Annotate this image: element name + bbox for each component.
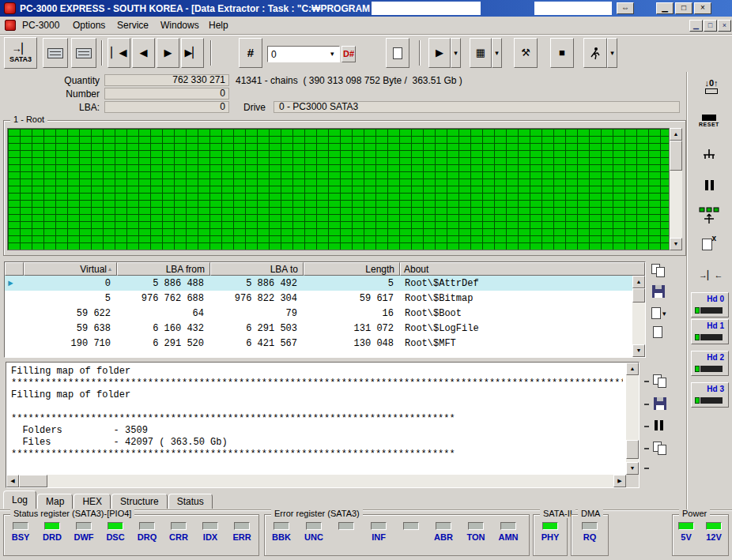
column-header-lba-from[interactable]: LBA from — [117, 262, 210, 276]
pause-button[interactable] — [705, 180, 714, 190]
scroll-down-icon[interactable]: ▼ — [632, 344, 645, 357]
tab-structure[interactable]: Structure — [111, 494, 168, 509]
build-map-button[interactable] — [699, 207, 719, 226]
close-button[interactable]: × — [694, 2, 711, 14]
run-tests-dropdown[interactable]: ▾ — [607, 38, 617, 68]
log-copy-fragment-button[interactable] — [653, 442, 668, 456]
copy-icon — [651, 264, 666, 278]
hd3-button[interactable]: Hd 3 — [691, 382, 729, 408]
hd0-button[interactable]: Hd 0 — [691, 292, 729, 318]
log-copy-button[interactable] — [653, 374, 668, 389]
scroll-up-icon[interactable]: ▲ — [670, 128, 682, 141]
scroll-down-icon[interactable]: ▼ — [670, 238, 682, 250]
table-new-button[interactable] — [653, 326, 662, 338]
column-header-marker[interactable] — [5, 262, 24, 276]
open-task-button[interactable] — [43, 38, 68, 68]
minimize-button[interactable]: ▁ — [656, 2, 674, 14]
hd2-button[interactable]: Hd 2 — [691, 351, 729, 376]
disk-icon — [47, 48, 63, 58]
mdi-minimize-button[interactable]: ▁ — [689, 20, 703, 32]
tab-status[interactable]: Status — [168, 494, 213, 509]
table-view-dropdown[interactable]: ▾ — [651, 307, 666, 319]
scroll-right-icon[interactable]: ▶ — [613, 475, 626, 487]
compare-button[interactable]: →▏← — [699, 270, 723, 280]
stop-icon: ■ — [559, 47, 565, 58]
table-row[interactable]: 5 976 762 688 976 822 304 59 617 Root\$B… — [5, 291, 632, 306]
log-pause-button[interactable] — [655, 420, 663, 430]
log-save-button[interactable] — [654, 397, 666, 410]
mdi-restore-button[interactable]: □ — [704, 20, 717, 32]
run-tests-button[interactable] — [583, 38, 607, 68]
language-swap-button[interactable]: ⇔ — [617, 2, 634, 14]
hd1-button[interactable]: Hd 1 — [691, 319, 729, 344]
column-header-length[interactable]: Length — [304, 262, 400, 276]
next-chain-button[interactable]: ▶ — [157, 38, 179, 68]
led-inf — [371, 522, 387, 530]
table-scrollbar[interactable]: ▲ ▼ — [632, 276, 645, 357]
power-supply-button[interactable] — [702, 148, 716, 163]
table-row[interactable]: 190 710 6 291 520 6 421 567 130 048 Root… — [5, 336, 632, 351]
decimal-toggle-button[interactable]: D# — [341, 46, 356, 62]
grid-hash-icon: # — [247, 47, 254, 58]
mdi-close-button[interactable]: × — [718, 20, 731, 32]
goto-sector-button[interactable] — [386, 38, 409, 68]
start-options-dropdown[interactable]: ▾ — [451, 38, 461, 68]
dropdown-icon: ▾ — [610, 49, 614, 57]
prev-chain-button[interactable]: ◀ — [132, 38, 155, 68]
sector-input[interactable] — [267, 46, 340, 62]
clear-map-button[interactable] — [702, 239, 712, 250]
tab-map[interactable]: Map — [37, 494, 73, 509]
combo-arrow-icon[interactable]: ▾ — [330, 50, 334, 58]
start-button[interactable]: ▶ — [428, 38, 451, 68]
column-header-lba-to[interactable]: LBA to — [210, 262, 304, 276]
led-crr — [171, 522, 187, 530]
scroll-left-icon[interactable]: ◀ — [6, 475, 19, 487]
chain-grid-button[interactable]: # — [239, 38, 262, 68]
page-arrow-icon — [393, 47, 402, 59]
page-icon — [651, 307, 661, 319]
column-header-virtual[interactable]: Virtual▴ — [24, 262, 117, 276]
first-chain-button[interactable]: ▏◀ — [108, 38, 130, 68]
table-row[interactable]: 59 638 6 160 432 6 291 503 131 072 Root\… — [5, 321, 632, 336]
map-scrollbar[interactable]: ▲ ▼ — [670, 128, 682, 250]
log-hscrollbar[interactable]: ◀ ▶ — [6, 475, 626, 487]
led-dsc — [108, 522, 123, 530]
table-scroll-thumb[interactable] — [632, 288, 645, 303]
reset-button[interactable]: RESET — [699, 115, 719, 127]
drive-power-button[interactable]: ↓0↑ — [697, 79, 726, 94]
last-chain-button[interactable]: ▶▏ — [181, 38, 204, 68]
scroll-up-icon[interactable]: ▲ — [632, 276, 645, 288]
menu-windows[interactable]: Windows — [160, 20, 199, 31]
map-scroll-thumb[interactable] — [670, 141, 682, 171]
tab-hex[interactable]: HEX — [74, 494, 111, 509]
led-ton — [468, 522, 484, 530]
log-hscroll-thumb[interactable] — [19, 475, 47, 487]
toolbar-separator — [101, 40, 103, 66]
scroll-down-icon[interactable]: ▼ — [626, 462, 639, 475]
map-view-dropdown[interactable]: ▾ — [492, 38, 502, 68]
scroll-up-icon[interactable]: ▲ — [626, 363, 639, 375]
table-save-button[interactable] — [652, 285, 665, 298]
menu-service[interactable]: Service — [117, 20, 149, 31]
column-header-about[interactable]: About — [400, 262, 645, 276]
table-row[interactable]: ► 0 5 886 488 5 886 492 5 Root\$AttrDef — [5, 276, 632, 291]
sort-asc-icon: ▴ — [108, 265, 111, 272]
stop-button[interactable]: ■ — [550, 38, 574, 68]
log-vscrollbar[interactable]: ▲ ▼ — [626, 363, 639, 475]
connector-icon — [705, 88, 718, 94]
settings-button[interactable]: ⚒ — [514, 38, 538, 68]
map-view-button[interactable]: ▦ — [470, 38, 492, 68]
menu-help[interactable]: Help — [209, 20, 228, 31]
drive-label: Drive — [243, 102, 266, 113]
menu-pc3000[interactable]: PC-3000 — [22, 20, 59, 31]
menu-options[interactable]: Options — [73, 20, 105, 31]
sector-map-grid[interactable] — [7, 128, 670, 250]
save-task-button[interactable] — [71, 38, 96, 68]
tick-mark — [644, 381, 649, 382]
sata-port-button[interactable]: →▏ SATA3 — [4, 37, 37, 69]
log-vscroll-thumb[interactable] — [626, 440, 639, 459]
tab-log[interactable]: Log — [3, 490, 36, 509]
table-copy-button[interactable] — [651, 264, 666, 278]
table-row[interactable]: 59 622 64 79 16 Root\$Boot — [5, 306, 632, 321]
maximize-button[interactable]: □ — [675, 2, 692, 14]
